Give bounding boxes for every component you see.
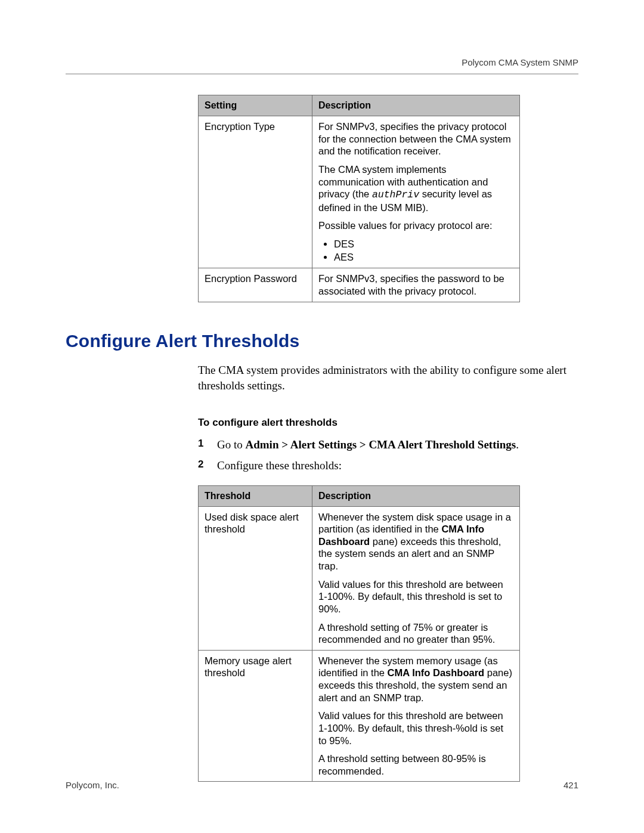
cell-description: Whenever the system memory usage (as ide… <box>312 650 520 782</box>
section-heading: Configure Alert Thresholds <box>66 331 578 351</box>
cell-description: For SNMPv3, specifies the password to be… <box>312 268 520 302</box>
bullet-list: DES AES <box>318 238 513 263</box>
para: Possible values for privacy protocol are… <box>318 219 513 232</box>
step: 2 Configure these thresholds: <box>198 457 578 474</box>
code-term: authPriv <box>372 189 419 200</box>
step: 1 Go to Admin > Alert Settings > CMA Ale… <box>198 436 578 453</box>
table-row: Encryption Type For SNMPv3, specifies th… <box>199 116 520 268</box>
header-rule <box>66 73 578 75</box>
list-item: AES <box>334 251 513 264</box>
para: A threshold setting of 75% or greater is… <box>318 621 513 646</box>
page-number: 421 <box>564 780 578 790</box>
cell-description: For SNMPv3, specifies the privacy protoc… <box>312 116 520 268</box>
running-head: Polycom CMA System SNMP <box>66 57 578 67</box>
cell-setting: Encryption Type <box>199 116 312 268</box>
footer-left: Polycom, Inc. <box>66 780 119 790</box>
para: For SNMPv3, specifies the privacy protoc… <box>318 120 513 157</box>
step-number: 1 <box>198 436 203 451</box>
col-header-threshold: Threshold <box>199 485 312 506</box>
para: The CMA system implements communication … <box>318 163 513 214</box>
table-row: Memory usage alert threshold Whenever th… <box>199 650 520 782</box>
nav-path: Admin > Alert Settings > CMA Alert Thres… <box>246 438 516 451</box>
col-header-description: Description <box>312 95 520 116</box>
content-column: Setting Description Encryption Type For … <box>198 95 578 302</box>
para: A threshold setting between 80-95% is re… <box>318 753 513 777</box>
table-header-row: Threshold Description <box>199 485 520 506</box>
para: For SNMPv3, specifies the password to be… <box>318 272 513 297</box>
page-footer: Polycom, Inc. 421 <box>66 780 578 790</box>
list-item: DES <box>334 238 513 250</box>
procedure-heading: To configure alert thresholds <box>198 417 578 429</box>
col-header-setting: Setting <box>199 95 312 116</box>
thresholds-table: Threshold Description Used disk space al… <box>198 485 520 782</box>
content-column: The CMA system provides administrators w… <box>198 363 578 782</box>
para: Whenever the system disk space usage in … <box>318 511 513 572</box>
cell-setting: Encryption Password <box>199 268 312 302</box>
intro-paragraph: The CMA system provides administrators w… <box>198 363 578 394</box>
settings-table: Setting Description Encryption Type For … <box>198 95 520 302</box>
cell-threshold: Used disk space alert threshold <box>199 506 312 650</box>
para: Whenever the system memory usage (as ide… <box>318 655 513 704</box>
table-header-row: Setting Description <box>199 95 520 116</box>
para: Valid values for this threshold are betw… <box>318 578 513 615</box>
table-row: Used disk space alert threshold Whenever… <box>199 506 520 650</box>
cell-description: Whenever the system disk space usage in … <box>312 506 520 650</box>
table-row: Encryption Password For SNMPv3, specifie… <box>199 268 520 302</box>
para: Valid values for this threshold are betw… <box>318 710 513 747</box>
ui-term: CMA Info Dashboard <box>388 667 485 678</box>
procedure-steps: 1 Go to Admin > Alert Settings > CMA Ale… <box>198 436 578 475</box>
col-header-description: Description <box>312 485 520 506</box>
page: Polycom CMA System SNMP Setting Descript… <box>0 0 644 833</box>
cell-threshold: Memory usage alert threshold <box>199 650 312 782</box>
step-number: 2 <box>198 457 203 472</box>
